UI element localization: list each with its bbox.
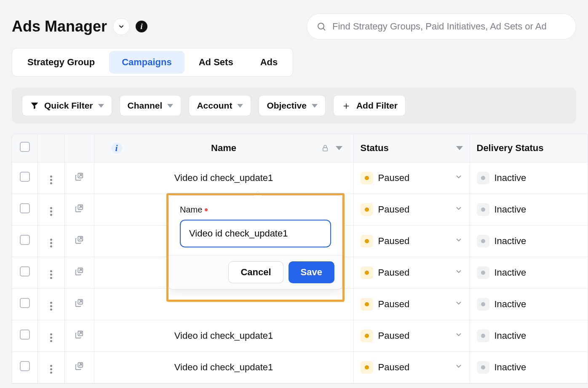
sort-icon[interactable] xyxy=(456,146,463,150)
status-dropdown[interactable] xyxy=(454,204,463,215)
status-paused-icon xyxy=(361,330,373,342)
row-actions-menu[interactable] xyxy=(46,173,56,187)
required-indicator-icon xyxy=(205,208,208,211)
row-checkbox[interactable] xyxy=(20,172,30,182)
chevron-down-icon xyxy=(118,23,125,30)
delivery-inactive-icon xyxy=(477,298,489,311)
funnel-icon xyxy=(30,101,39,110)
search-input[interactable] xyxy=(332,21,567,32)
table-header-row: i Name Status Delivery Statu xyxy=(12,134,588,162)
tab-ad-sets[interactable]: Ad Sets xyxy=(186,51,246,74)
tab-ads[interactable]: Ads xyxy=(248,51,291,74)
open-icon[interactable] xyxy=(75,236,84,247)
column-header-status: Status xyxy=(361,143,389,154)
tab-campaigns[interactable]: Campaigns xyxy=(109,51,184,74)
open-icon[interactable] xyxy=(75,205,84,215)
chevron-down-icon xyxy=(237,104,243,108)
info-icon[interactable]: i xyxy=(136,21,147,32)
popover-field-label: Name xyxy=(180,205,331,215)
row-checkbox[interactable] xyxy=(20,361,30,371)
open-icon[interactable] xyxy=(75,268,84,278)
tab-strategy-group[interactable]: Strategy Group xyxy=(15,51,107,74)
open-icon[interactable] xyxy=(75,331,84,341)
status-badge: Paused xyxy=(361,172,410,184)
open-icon[interactable] xyxy=(75,299,84,310)
delivery-label: Inactive xyxy=(494,204,527,215)
status-dropdown[interactable] xyxy=(454,330,463,341)
row-checkbox[interactable] xyxy=(20,266,30,276)
objective-filter-button[interactable]: Objective xyxy=(259,95,326,116)
sort-icon[interactable] xyxy=(336,146,342,150)
row-actions-menu[interactable] xyxy=(46,236,56,250)
channel-filter-button[interactable]: Channel xyxy=(120,95,182,116)
delivery-label: Inactive xyxy=(494,267,527,278)
status-label: Paused xyxy=(378,267,410,278)
status-label: Paused xyxy=(378,299,410,310)
delivery-badge: Inactive xyxy=(477,266,527,279)
status-dropdown[interactable] xyxy=(454,236,463,247)
page-title: Ads Manager xyxy=(12,18,107,35)
account-filter-label: Account xyxy=(197,101,232,111)
column-header-delivery: Delivery Status xyxy=(477,143,544,153)
delivery-badge: Inactive xyxy=(477,235,527,247)
account-filter-button[interactable]: Account xyxy=(189,95,251,116)
delivery-label: Inactive xyxy=(494,330,527,341)
column-header-name: Name xyxy=(211,143,236,153)
quick-filter-button[interactable]: Quick Filter xyxy=(22,95,112,116)
delivery-inactive-icon xyxy=(477,330,489,342)
status-paused-icon xyxy=(361,203,373,216)
rename-popover: Name Cancel Save xyxy=(168,195,342,290)
add-filter-label: Add Filter xyxy=(356,101,398,111)
delivery-label: Inactive xyxy=(494,299,527,310)
header: Ads Manager i xyxy=(0,0,588,48)
row-actions-menu[interactable] xyxy=(46,205,56,218)
status-dropdown[interactable] xyxy=(454,173,463,183)
name-info-icon[interactable]: i xyxy=(111,143,122,154)
row-checkbox[interactable] xyxy=(20,203,30,213)
row-checkbox[interactable] xyxy=(20,298,30,308)
search-field[interactable] xyxy=(307,13,576,40)
status-dropdown[interactable] xyxy=(454,299,463,310)
status-label: Paused xyxy=(378,173,410,183)
row-checkbox[interactable] xyxy=(20,330,30,340)
status-dropdown[interactable] xyxy=(454,362,463,373)
table-row: Video id check_update1 Paused Inactive xyxy=(12,320,588,352)
table-row: Video id check_update1 Paused Inactive xyxy=(12,352,588,383)
chevron-down-icon xyxy=(98,104,104,108)
delivery-inactive-icon xyxy=(477,266,489,279)
add-filter-button[interactable]: ＋ Add Filter xyxy=(333,95,406,116)
status-paused-icon xyxy=(361,298,373,311)
select-all-checkbox[interactable] xyxy=(20,142,30,152)
delivery-inactive-icon xyxy=(477,172,489,184)
svg-point-0 xyxy=(318,23,324,29)
row-actions-menu[interactable] xyxy=(46,362,56,376)
channel-filter-label: Channel xyxy=(128,101,163,111)
rename-input[interactable] xyxy=(180,220,331,247)
svg-line-1 xyxy=(323,29,326,31)
status-label: Paused xyxy=(378,236,410,247)
status-dropdown[interactable] xyxy=(454,267,463,278)
open-icon[interactable] xyxy=(75,362,84,373)
status-badge: Paused xyxy=(361,298,410,311)
row-actions-menu[interactable] xyxy=(46,268,56,282)
status-badge: Paused xyxy=(361,330,410,342)
row-actions-menu[interactable] xyxy=(46,299,56,313)
delivery-badge: Inactive xyxy=(477,203,527,216)
delivery-badge: Inactive xyxy=(477,172,527,184)
save-button[interactable]: Save xyxy=(289,261,334,283)
title-dropdown-button[interactable] xyxy=(113,18,130,35)
row-name[interactable]: Video id check_update1 xyxy=(174,330,273,341)
status-paused-icon xyxy=(361,235,373,247)
filter-bar: Quick Filter Channel Account Objective ＋… xyxy=(12,88,576,124)
row-actions-menu[interactable] xyxy=(46,331,56,345)
status-paused-icon xyxy=(361,361,373,374)
row-name[interactable]: Video id check_update1 xyxy=(174,173,273,183)
status-badge: Paused xyxy=(361,266,410,279)
row-name[interactable]: Video id check_update1 xyxy=(174,362,273,372)
delivery-badge: Inactive xyxy=(477,361,527,374)
chevron-down-icon xyxy=(312,104,318,108)
delivery-inactive-icon xyxy=(477,235,489,247)
open-icon[interactable] xyxy=(75,173,84,183)
row-checkbox[interactable] xyxy=(20,235,30,245)
cancel-button[interactable]: Cancel xyxy=(228,261,283,283)
